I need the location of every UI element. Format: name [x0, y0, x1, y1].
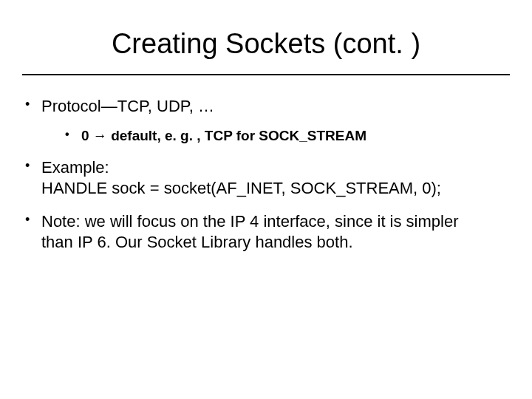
bullet-protocol: Protocol—TCP, UDP, … 0 → default, e. g. … [25, 96, 507, 144]
bullet-note-l2: than IP 6. Our Socket Library handles bo… [41, 233, 353, 251]
bullet-protocol-text: Protocol—TCP, UDP, … [41, 97, 214, 115]
bullet-example: Example: HANDLE sock = socket(AF_INET, S… [25, 157, 507, 198]
bullet-example-l1: Example: [41, 158, 109, 177]
bullet-note-l1: Note: we will focus on the IP 4 interfac… [41, 212, 459, 231]
slide: Creating Sockets (cont. ) Protocol—TCP, … [0, 0, 532, 399]
arrow-icon: → [93, 128, 107, 143]
subbullet-default: 0 → default, e. g. , TCP for SOCK_STREAM [65, 127, 507, 145]
title-underline [22, 74, 510, 75]
bullet-note: Note: we will focus on the IP 4 interfac… [25, 211, 507, 252]
bullet-example-l2: HANDLE sock = socket(AF_INET, SOCK_STREA… [41, 179, 441, 197]
slide-body: Protocol—TCP, UDP, … 0 → default, e. g. … [25, 96, 507, 265]
slide-title: Creating Sockets (cont. ) [0, 28, 532, 60]
subbullet-default-post: default, e. g. , TCP for SOCK_STREAM [107, 128, 366, 143]
subbullet-default-pre: 0 [81, 128, 93, 143]
